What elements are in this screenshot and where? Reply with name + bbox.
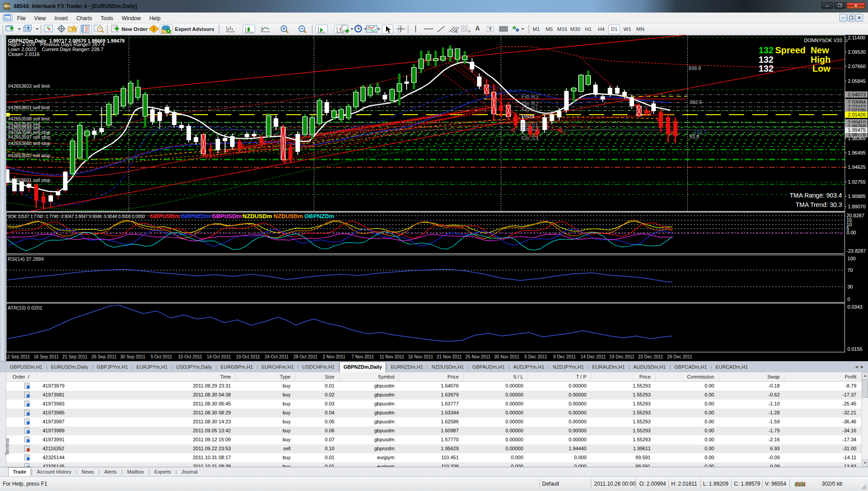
svg-text:RSI(14) 37.2884: RSI(14) 37.2884 (8, 256, 44, 262)
svg-text:2.01426: 2.01426 (848, 112, 866, 117)
svg-text:F: F (469, 30, 471, 33)
svg-text:1.94625: 1.94625 (848, 164, 866, 170)
svg-text:GBPUSDm: GBPUSDm (212, 213, 242, 220)
svg-text:70: 70 (847, 267, 853, 273)
svg-text:24 Oct 2011: 24 Oct 2011 (265, 354, 289, 359)
svg-text:30: 30 (847, 284, 853, 289)
svg-text:132: 132 (759, 55, 773, 65)
svg-text:0.0343: 0.0343 (847, 304, 863, 310)
svg-text:Fib R1: Fib R1 (521, 106, 538, 113)
svg-text:21 Sep 2011: 21 Sep 2011 (62, 354, 87, 359)
svg-text:2.05845: 2.05845 (848, 78, 866, 84)
svg-text:838.8: 838.8 (689, 65, 701, 71)
svg-text:1.99475: 1.99475 (848, 127, 866, 133)
svg-text:1.89070: 1.89070 (848, 204, 866, 209)
svg-text:14 Dec 2011: 14 Dec 2011 (581, 354, 606, 359)
svg-text:132: 132 (759, 64, 773, 73)
svg-text:#42653601 sell limit: #42653601 sell limit (8, 105, 50, 110)
svg-text:Fib R3: Fib R3 (521, 93, 538, 100)
svg-text:5 Oct 2011: 5 Oct 2011 (151, 354, 173, 359)
svg-text:#42653603 sell limit: #42653603 sell limit (8, 83, 50, 89)
svg-text:1.96495: 1.96495 (848, 150, 866, 155)
svg-text:12 Sep 2011: 12 Sep 2011 (5, 354, 30, 359)
svg-text:ATR(10) 0.0201: ATR(10) 0.0201 (8, 305, 42, 310)
svg-text:DONNYSOK V20 ☺: DONNYSOK V20 ☺ (804, 38, 849, 43)
svg-text:30 Nov 2011: 30 Nov 2011 (494, 354, 519, 359)
svg-text:NZDUSDm: NZDUSDm (273, 213, 303, 220)
svg-text:2.04073: 2.04073 (848, 92, 866, 97)
svg-text:2.09530: 2.09530 (848, 49, 866, 55)
svg-text:Low: Low (812, 64, 830, 73)
svg-text:Fib S2: Fib S2 (521, 126, 538, 133)
svg-text:0.00: 0.00 (846, 230, 856, 235)
svg-text:Spreed New: Spreed New (775, 45, 829, 55)
svg-text:E: E (456, 30, 458, 33)
svg-text:High: High (811, 55, 830, 65)
svg-text:T: T (489, 26, 492, 32)
svg-text:132: 132 (759, 45, 773, 55)
svg-text:0.0155: 0.0155 (847, 346, 863, 352)
svg-text:9 Dec 2011: 9 Dec 2011 (553, 354, 576, 359)
svg-text:100: 100 (847, 256, 855, 261)
svg-text:Fib S3: Fib S3 (521, 135, 538, 142)
svg-text:19 Dec 2011: 19 Dec 2011 (609, 354, 634, 359)
svg-text:0: 0 (847, 297, 850, 302)
svg-text:#42653601 sell stop: #42653601 sell stop (8, 177, 50, 183)
svg-text:392.5: 392.5 (690, 99, 702, 105)
svg-text:16 Sep 2011: 16 Sep 2011 (34, 354, 59, 359)
svg-text:19 Oct 2011: 19 Oct 2011 (236, 354, 260, 359)
svg-text:10 Oct 2011: 10 Oct 2011 (178, 354, 202, 359)
svg-text:2 Nov 2011: 2 Nov 2011 (323, 354, 346, 359)
svg-text:1.92755: 1.92755 (848, 179, 866, 185)
svg-text:7 Nov 2011: 7 Nov 2011 (352, 354, 374, 359)
svg-text:30 Sep 2011: 30 Sep 2011 (120, 354, 145, 359)
svg-text:#42653602 sell stop: #42653602 sell stop (8, 153, 50, 158)
svg-text:2.11400: 2.11400 (848, 35, 865, 40)
svg-text:!: ! (153, 26, 155, 32)
svg-text:1.90885: 1.90885 (848, 194, 866, 199)
svg-text:NZDUSDm: NZDUSDm (243, 213, 272, 220)
svg-text:GBPUSDm: GBPUSDm (150, 213, 180, 220)
svg-text:29 Dec 2011: 29 Dec 2011 (667, 354, 692, 359)
svg-text:TMA Trend: 30.3: TMA Trend: 30.3 (796, 201, 842, 208)
svg-text:#42653598 sell limit: #42653598 sell limit (8, 116, 50, 121)
svg-text:2.07660: 2.07660 (848, 64, 866, 69)
svg-text:GBPNZDm: GBPNZDm (304, 213, 334, 220)
svg-text:26 Sep 2011: 26 Sep 2011 (91, 354, 117, 359)
svg-text:TMA Range: 903.4: TMA Range: 903.4 (790, 192, 842, 199)
svg-text:-23.8287: -23.8287 (846, 248, 866, 254)
svg-text:16 Nov 2011: 16 Nov 2011 (408, 354, 433, 359)
svg-text:SOK 31537 1.7740 -1.7740 -3.90: SOK 31537 1.7740 -1.7740 -3.9047 3.9047 … (8, 214, 145, 219)
svg-text:11 Nov 2011: 11 Nov 2011 (379, 354, 404, 359)
svg-text:180.1: 180.1 (694, 129, 707, 135)
svg-text:21 Nov 2011: 21 Nov 2011 (437, 354, 462, 359)
svg-text:GBPNZDm: GBPNZDm (181, 213, 210, 220)
svg-text:#42653600 sell stop: #42653600 sell stop (8, 141, 50, 146)
svg-text:14 Oct 2011: 14 Oct 2011 (207, 354, 231, 359)
svg-text:5 Dec 2011: 5 Dec 2011 (525, 354, 547, 359)
svg-text:28 Oct 2011: 28 Oct 2011 (293, 354, 317, 359)
svg-text:25 Nov 2011: 25 Nov 2011 (465, 354, 490, 359)
svg-text:#42653597 sell stop: #42653597 sell stop (8, 134, 50, 140)
svg-text:Close= 2.0116: Close= 2.0116 (8, 52, 39, 57)
svg-text:23 Dec 2011: 23 Dec 2011 (638, 354, 663, 359)
svg-text:Pivot: Pivot (521, 113, 534, 120)
